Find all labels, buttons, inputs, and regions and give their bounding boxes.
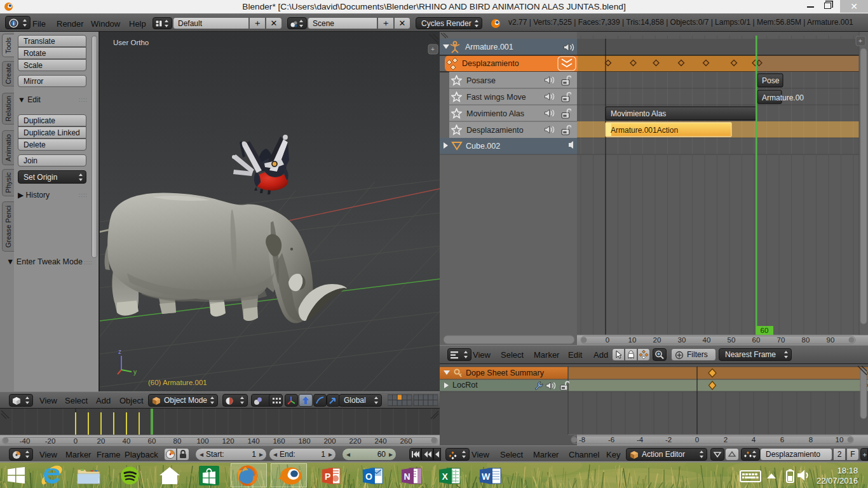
- svg-text:100: 100: [196, 437, 208, 445]
- svg-text:+: +: [858, 37, 862, 44]
- svg-text:60: 60: [752, 336, 761, 344]
- svg-text:140: 140: [247, 437, 259, 445]
- svg-text:Desplazamiento: Desplazamiento: [466, 126, 524, 135]
- svg-text:Cube.002: Cube.002: [466, 142, 500, 151]
- svg-text:Armature.001Action: Armature.001Action: [611, 126, 678, 135]
- svg-text:120: 120: [222, 437, 234, 445]
- svg-text:P: P: [325, 471, 330, 482]
- svg-text:80: 80: [802, 336, 810, 344]
- svg-text:-4: -4: [637, 436, 644, 444]
- svg-text:60: 60: [148, 437, 156, 445]
- svg-text:Desplazamiento: Desplazamiento: [462, 59, 519, 68]
- svg-text:Movimiento Alas: Movimiento Alas: [466, 109, 524, 118]
- svg-text:Armature.001: Armature.001: [465, 43, 513, 51]
- svg-text:0: 0: [606, 336, 609, 344]
- svg-text:z: z: [118, 348, 121, 355]
- svg-text:200: 200: [323, 437, 336, 445]
- svg-text:20: 20: [653, 336, 661, 344]
- svg-text:-40: -40: [20, 437, 31, 445]
- svg-text:Dope Sheet Summary: Dope Sheet Summary: [466, 369, 545, 377]
- svg-text:6: 6: [780, 436, 784, 444]
- svg-text:160: 160: [273, 437, 285, 445]
- svg-text:40: 40: [123, 437, 131, 445]
- svg-text:+: +: [431, 46, 435, 53]
- svg-text:2: 2: [724, 436, 728, 444]
- svg-text:4: 4: [752, 436, 756, 444]
- svg-text:-2: -2: [665, 436, 672, 444]
- svg-text:70: 70: [777, 336, 785, 344]
- svg-text:0: 0: [74, 437, 78, 445]
- svg-text:-6: -6: [608, 436, 614, 444]
- svg-text:User Ortho: User Ortho: [113, 39, 149, 46]
- svg-text:60: 60: [761, 327, 769, 334]
- svg-text:240: 240: [374, 437, 386, 445]
- svg-text:i: i: [13, 20, 14, 27]
- svg-text:0: 0: [695, 436, 699, 444]
- svg-text:Fast wings Move: Fast wings Move: [466, 93, 526, 102]
- svg-text:X: X: [442, 471, 449, 482]
- svg-text:10: 10: [836, 436, 844, 444]
- svg-text:20: 20: [97, 437, 105, 445]
- svg-text:30: 30: [678, 336, 686, 344]
- svg-text:180: 180: [298, 437, 310, 445]
- svg-text:Pose: Pose: [762, 76, 780, 85]
- svg-text:y: y: [133, 369, 137, 376]
- svg-text:10: 10: [628, 336, 637, 344]
- svg-text:80: 80: [173, 437, 182, 445]
- svg-text:N: N: [404, 471, 410, 482]
- svg-text:Posarse: Posarse: [466, 76, 496, 85]
- svg-text:220: 220: [349, 437, 361, 445]
- svg-text:LocRot: LocRot: [452, 381, 478, 390]
- svg-text:-20: -20: [45, 437, 56, 445]
- svg-text:40: 40: [703, 336, 711, 344]
- svg-text:Armature.00: Armature.00: [762, 93, 804, 102]
- svg-text:W: W: [482, 471, 491, 482]
- svg-text:50: 50: [728, 336, 736, 344]
- svg-text:8: 8: [809, 436, 813, 444]
- svg-text:Movimiento Alas: Movimiento Alas: [611, 109, 666, 118]
- svg-text:(60) Armature.001: (60) Armature.001: [148, 379, 207, 386]
- svg-text:90: 90: [827, 336, 835, 344]
- svg-text:O: O: [365, 471, 372, 482]
- svg-text:260: 260: [400, 437, 412, 445]
- svg-text:-8: -8: [579, 436, 585, 444]
